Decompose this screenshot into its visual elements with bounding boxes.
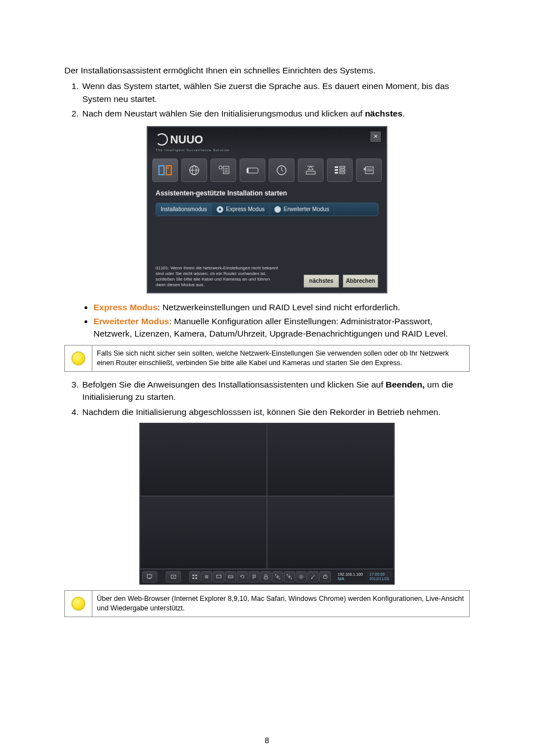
svg-rect-12 <box>247 168 249 173</box>
step-icon-camera[interactable] <box>210 158 236 182</box>
recorder-toolbar: 192.168.1.100N/A 17:00:002012/11/28 <box>140 569 394 584</box>
step-4: Nachdem die Initialisierung abgeschlosss… <box>81 406 470 418</box>
svg-rect-26 <box>148 578 151 579</box>
step-icon-license[interactable] <box>152 158 178 182</box>
view-cell-4[interactable] <box>267 496 394 569</box>
menu-icon[interactable] <box>201 571 212 582</box>
bullet-express-label: Express Modus <box>93 302 158 312</box>
radio-advanced-label: Erweiterter Modus <box>284 206 329 214</box>
close-icon[interactable]: ✕ <box>371 132 381 142</box>
step-2: Nach dem Neustart wählen Sie den Initial… <box>81 108 470 120</box>
lightbulb-icon <box>70 595 87 612</box>
svg-rect-19 <box>340 166 345 168</box>
svg-point-41 <box>300 576 302 578</box>
step-icon-network[interactable] <box>181 158 207 182</box>
install-mode-label: Installationsmodus <box>156 203 212 216</box>
power-icon[interactable] <box>319 571 330 582</box>
svg-rect-35 <box>217 575 221 578</box>
bullet-advanced: Erweiterter Modus: Manuelle Konfiguratio… <box>93 315 470 340</box>
install-wizard-dialog: NUUO The Intelligent Surveillance Soluti… <box>147 126 387 294</box>
svg-rect-29 <box>195 575 197 576</box>
lock-icon[interactable] <box>260 571 271 582</box>
playback-icon[interactable] <box>166 571 181 582</box>
step-3: Befolgen Sie die Anweisungen des Install… <box>81 379 470 404</box>
page-number: 8 <box>0 735 534 746</box>
svg-rect-17 <box>335 169 338 171</box>
info-note-1-text: Falls Sie sich nicht sicher sein sollten… <box>92 346 469 371</box>
step-icon-upgrade[interactable] <box>298 158 324 182</box>
svg-rect-21 <box>340 172 345 174</box>
step-icon-password[interactable] <box>240 158 265 182</box>
wizard-step-icons <box>148 155 386 186</box>
svg-point-2 <box>167 167 169 169</box>
step-3-pre: Befolgen Sie die Anweisungen des Install… <box>82 380 386 389</box>
svg-rect-1 <box>166 166 171 175</box>
ip-value: 192.168.1.100 <box>338 572 363 577</box>
bullet-advanced-label: Erweiterter Modus <box>93 316 169 326</box>
radio-express[interactable]: Express Modus <box>212 203 270 216</box>
svg-rect-30 <box>193 577 194 579</box>
svg-rect-28 <box>193 575 194 576</box>
svg-point-6 <box>219 166 222 169</box>
view-cell-3[interactable] <box>140 496 267 569</box>
radio-express-label: Express Modus <box>226 206 265 214</box>
screen-icon[interactable] <box>213 571 224 582</box>
swirl-icon <box>156 133 168 146</box>
brand-subtext: The Intelligent Surveillance Solution <box>156 148 229 153</box>
svg-rect-18 <box>335 172 338 174</box>
svg-rect-40 <box>264 577 268 579</box>
step-2-pre: Nach dem Neustart wählen Sie den Initial… <box>82 109 365 118</box>
step-icon-finish[interactable] <box>356 158 382 182</box>
zoom-out-icon[interactable] <box>272 571 283 582</box>
recorder-live-view: 192.168.1.100N/A 17:00:002012/11/28 <box>139 423 395 585</box>
svg-point-38 <box>230 577 231 577</box>
cancel-button[interactable]: Abbrechen <box>343 274 378 288</box>
radio-advanced[interactable]: Erweiterter Modus <box>270 203 334 216</box>
step-3-bold: Beenden, <box>386 380 425 389</box>
flag-icon[interactable] <box>249 571 260 582</box>
zoom-in-icon[interactable] <box>284 571 295 582</box>
view-cell-1[interactable] <box>140 423 267 496</box>
refresh-icon[interactable] <box>237 571 248 582</box>
step-1: Wenn das System startet, wählen Sie zuer… <box>81 80 470 105</box>
time-status: 17:00:002012/11/28 <box>367 572 392 582</box>
view-cell-2[interactable] <box>267 423 394 496</box>
date-value: 2012/11/28 <box>369 577 389 581</box>
keyboard-icon[interactable] <box>225 571 236 582</box>
bullet-express: Express Modus: Netzwerkeinstellungen und… <box>93 301 470 314</box>
gear-icon[interactable] <box>296 571 307 582</box>
step-icon-raid[interactable] <box>327 158 353 182</box>
brand-text: NUUO <box>170 132 203 148</box>
svg-point-39 <box>231 577 232 577</box>
ip-status: 192.168.1.100N/A <box>335 572 366 582</box>
intro-paragraph: Der Installationsassistent ermöglicht Ih… <box>64 64 470 77</box>
svg-rect-14 <box>306 171 315 174</box>
svg-rect-0 <box>159 166 164 175</box>
bullet-express-text: : Netzwerkeinstellungen und RAID Level s… <box>158 302 400 312</box>
info-note-2: Über den Web-Browser (Internet Explorer … <box>64 590 470 617</box>
na-value: N/A <box>338 577 363 581</box>
step-icon-time[interactable] <box>269 158 294 182</box>
time-value: 17:00:00 <box>369 572 389 577</box>
info-note-1: Falls Sie sich nicht sicher sein sollten… <box>64 345 470 372</box>
step-2-post: . <box>402 109 405 118</box>
step-2-bold: nächstes <box>365 109 402 118</box>
svg-point-42 <box>299 575 303 579</box>
nuuo-logo: NUUO The Intelligent Surveillance Soluti… <box>156 132 229 153</box>
svg-rect-16 <box>335 166 338 168</box>
monitor-icon[interactable] <box>142 571 157 582</box>
svg-rect-25 <box>147 575 152 578</box>
svg-rect-20 <box>340 169 345 171</box>
svg-point-37 <box>229 577 229 577</box>
wizard-title: Assistenten-gestützte Installation start… <box>148 186 386 203</box>
brush-icon[interactable] <box>307 571 318 582</box>
next-button[interactable]: nächstes <box>303 274 339 288</box>
info-note-2-text: Über den Web-Browser (Internet Explorer … <box>92 591 469 617</box>
svg-rect-22 <box>366 167 373 174</box>
grid-layout-icon[interactable] <box>189 571 200 582</box>
wizard-hint-text: 01101: Wenn Ihnen die Netzwerk-Einstellu… <box>156 265 280 288</box>
lightbulb-icon <box>70 350 87 367</box>
svg-rect-31 <box>195 577 197 579</box>
